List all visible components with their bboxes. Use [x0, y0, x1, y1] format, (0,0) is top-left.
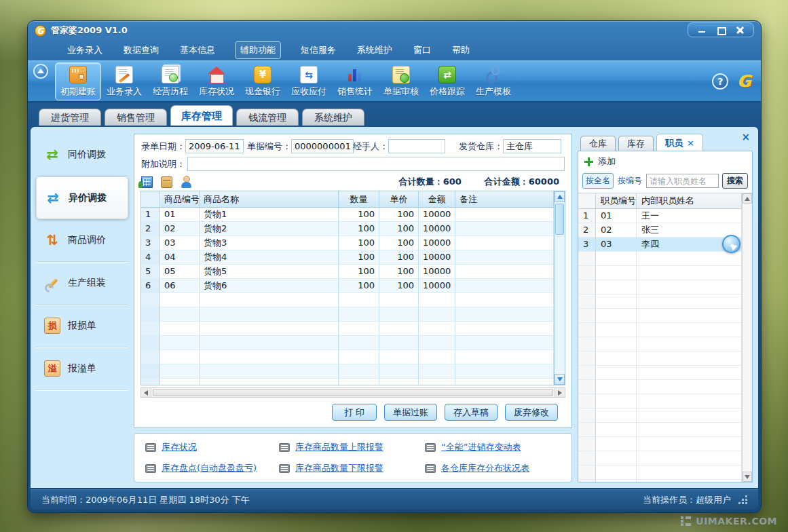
employee-code-cell[interactable]: 01 — [596, 209, 637, 223]
menu-item-2[interactable]: 数据查询 — [122, 42, 160, 58]
table-row[interactable]: 505货物510010010000 — [141, 265, 554, 279]
table-cell[interactable]: 货物4 — [200, 250, 339, 265]
toolbar-item-doc-audit[interactable]: 单据审核 — [378, 62, 424, 100]
table-cell[interactable]: 货物5 — [200, 265, 339, 279]
tab-1[interactable]: 进货管理 — [39, 109, 101, 126]
table-cell[interactable] — [455, 236, 554, 250]
report-link-4[interactable]: 库存盘点(自动盘盈盘亏) — [145, 462, 275, 474]
table-cell[interactable]: 06 — [160, 279, 200, 293]
table-cell[interactable]: 货物3 — [200, 236, 339, 250]
close-button[interactable] — [732, 25, 748, 35]
table-cell[interactable]: 01 — [160, 208, 200, 222]
tab-4[interactable]: 钱流管理 — [236, 109, 299, 126]
table-cell[interactable] — [455, 222, 554, 236]
table-cell[interactable]: 10000 — [419, 236, 455, 250]
toolbar-item-history[interactable]: 经营历程 — [147, 62, 193, 100]
picker-tab-1[interactable]: 仓库 — [580, 136, 616, 151]
scroll-up-button[interactable] — [743, 193, 752, 204]
table-cell[interactable]: 10000 — [419, 279, 455, 293]
employee-row[interactable]: 303李四 — [578, 238, 742, 252]
table-cell[interactable]: 100 — [339, 222, 379, 236]
menu-item-6[interactable]: 系统维护 — [356, 42, 394, 58]
table-cell[interactable]: 100 — [379, 236, 419, 250]
report-link-5[interactable]: 库存商品数量下限报警 — [279, 462, 421, 474]
toolbar-item-payables[interactable]: ⇆应收应付 — [286, 62, 332, 100]
report-link-3[interactable]: “全能”进销存变动表 — [425, 441, 561, 453]
scroll-down-button[interactable] — [555, 374, 565, 385]
form-field-input[interactable] — [388, 139, 445, 153]
picker-tab-3[interactable]: 职员× — [656, 134, 703, 151]
table-cell[interactable]: 货物2 — [200, 222, 339, 236]
menu-item-4[interactable]: 辅助功能 — [235, 41, 281, 59]
employee-row[interactable]: 101王一 — [578, 209, 742, 223]
table-row[interactable]: 101货物110010010000 — [141, 208, 554, 222]
toolbar-item-init-account[interactable]: 初期建账 — [55, 62, 101, 100]
report-link-1[interactable]: 库存状况 — [145, 441, 275, 453]
table-row[interactable]: 606货物610010010000 — [141, 279, 554, 293]
table-cell[interactable]: 货物6 — [200, 279, 339, 293]
table-cell[interactable]: 03 — [160, 236, 200, 250]
search-by-code-toggle[interactable]: 按编号 — [617, 174, 643, 188]
toolbar-item-price-track[interactable]: ⇄价格跟踪 — [424, 62, 470, 100]
action-button-3[interactable]: 存入草稿 — [445, 404, 498, 421]
table-cell[interactable] — [455, 279, 554, 293]
maximize-button[interactable] — [713, 25, 729, 35]
employee-row[interactable]: 202张三 — [578, 223, 742, 238]
search-input[interactable] — [646, 174, 719, 188]
table-cell[interactable]: 10000 — [419, 222, 455, 236]
table-cell[interactable]: 10000 — [419, 265, 455, 279]
table-cell[interactable] — [455, 265, 554, 279]
scroll-thumb[interactable] — [555, 204, 564, 235]
menu-item-7[interactable]: 窗口 — [412, 42, 432, 58]
note-input[interactable] — [187, 157, 565, 171]
menu-item-8[interactable]: 帮助 — [451, 42, 471, 58]
toolbar-item-biz-entry[interactable]: 业务录入 — [101, 62, 147, 100]
table-cell[interactable]: 100 — [379, 279, 419, 293]
search-by-name-toggle[interactable]: 按全名 — [582, 173, 614, 189]
action-button-2[interactable]: 单据过账 — [384, 404, 437, 421]
table-row[interactable]: 202货物210010010000 — [141, 222, 554, 236]
table-cell[interactable]: 100 — [379, 265, 419, 279]
scroll-down-button[interactable] — [743, 472, 752, 482]
table-cell[interactable]: 100 — [339, 279, 379, 293]
table-cell[interactable]: 货物1 — [200, 208, 339, 222]
employee-code-cell[interactable]: 03 — [596, 238, 637, 252]
table-cell[interactable] — [455, 250, 554, 265]
report-link-2[interactable]: 库存商品数量上限报警 — [279, 441, 421, 453]
menu-item-1[interactable]: 业务录入 — [66, 42, 104, 58]
warehouse-icon[interactable] — [141, 176, 153, 188]
table-cell[interactable]: 100 — [339, 208, 379, 222]
resize-grip[interactable] — [738, 495, 747, 505]
table-cell[interactable]: 04 — [160, 250, 200, 265]
tab-3[interactable]: 库存管理 — [170, 105, 233, 126]
toolbar-item-stock-status[interactable]: 库存状况 — [193, 62, 240, 100]
sidebar-item-overflow-box[interactable]: 溢报溢单 — [36, 347, 128, 390]
sidebar-item-transfer-diff[interactable]: ⇄异价调拨 — [36, 176, 128, 219]
action-button-4[interactable]: 废弃修改 — [505, 404, 558, 421]
toolbar-item-cash-bank[interactable]: ¥现金银行 — [240, 62, 286, 100]
menu-item-5[interactable]: 短信服务 — [299, 42, 337, 58]
table-row[interactable]: 303货物310010010000 — [141, 236, 554, 250]
sidebar-item-price-adjust[interactable]: ⇅商品调价 — [36, 219, 128, 262]
panel-close-icon[interactable]: × — [741, 132, 750, 142]
employee-name-cell[interactable]: 王一 — [637, 209, 742, 223]
table-cell[interactable]: 10000 — [419, 208, 455, 222]
add-row[interactable]: 添加 — [578, 151, 752, 170]
table-cell[interactable]: 10000 — [419, 250, 455, 265]
table-cell[interactable]: 100 — [339, 236, 379, 250]
picker-tab-2[interactable]: 库存 — [618, 136, 654, 151]
report-link-6[interactable]: 各仓库库存分布状况表 — [425, 462, 561, 474]
table-cell[interactable]: 100 — [339, 265, 379, 279]
form-field-input[interactable] — [291, 139, 354, 153]
search-button[interactable]: 搜索 — [722, 173, 748, 189]
scroll-right-button[interactable] — [555, 388, 565, 397]
employee-icon[interactable] — [181, 176, 192, 188]
table-cell[interactable] — [455, 208, 554, 222]
scroll-up-button[interactable] — [555, 191, 565, 202]
table-cell[interactable]: 02 — [160, 222, 200, 236]
collapse-toolbar-button[interactable] — [33, 64, 48, 79]
action-button-1[interactable]: 打 印 — [332, 404, 377, 421]
menu-item-3[interactable]: 基本信息 — [179, 42, 217, 58]
table-cell[interactable]: 100 — [339, 250, 379, 265]
table-cell[interactable]: 100 — [379, 250, 419, 265]
